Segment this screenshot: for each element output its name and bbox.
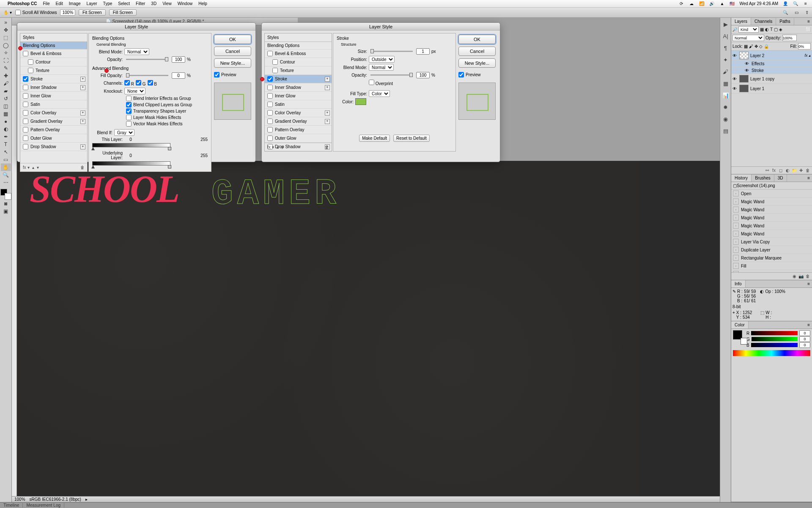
tab-paths[interactable]: Paths	[776, 18, 794, 25]
move-tool-icon[interactable]: ✥	[1, 26, 11, 34]
style-item-contour[interactable]: Contour	[265, 58, 332, 66]
lock-pixel-icon[interactable]: 🖌	[749, 44, 753, 49]
adjustments-icon[interactable]: ✹	[722, 103, 730, 111]
menu-edit[interactable]: Edit	[56, 1, 63, 6]
blendif-select[interactable]: Gray	[114, 129, 134, 136]
add-style-icon[interactable]: +	[325, 110, 330, 116]
fx-icon[interactable]: fx ▾	[23, 165, 30, 170]
opacity-slider[interactable]	[126, 59, 168, 60]
camera-icon[interactable]: 📷	[798, 274, 804, 279]
tab-measurement[interactable]: Measurement Log	[23, 503, 64, 508]
style-item-pattern-overlay[interactable]: Pattern Overlay	[265, 126, 332, 134]
gradient-tool-icon[interactable]: ▦	[1, 110, 11, 118]
style-item-blending-options[interactable]: Blending Options	[265, 42, 332, 50]
flag-icon[interactable]: 🇺🇸	[729, 1, 735, 7]
style-item-drop-shadow[interactable]: Drop Shadow+	[20, 143, 87, 151]
volume-icon[interactable]: 🔊	[709, 1, 715, 7]
adjust-icon[interactable]: ◐	[785, 168, 790, 173]
ok-button[interactable]: OK	[214, 35, 251, 44]
history-item[interactable]: ▫Rectangular Marquee	[731, 254, 812, 262]
fx-add-icon[interactable]: fx	[771, 168, 776, 173]
nav-icon[interactable]: ◉	[722, 115, 730, 123]
stroke-opacity-slider[interactable]	[370, 75, 413, 76]
wand-tool-icon[interactable]: ✧	[1, 49, 11, 57]
zoom-tool-icon[interactable]: 🔍	[1, 171, 11, 179]
channel-b[interactable]: B	[148, 80, 157, 86]
style-item-inner-shadow[interactable]: Inner Shadow+	[265, 83, 332, 92]
down-icon[interactable]: ▾	[37, 165, 39, 170]
fx-icon[interactable]: fx ▾	[267, 145, 274, 149]
hue-picker[interactable]	[733, 350, 810, 356]
r-slider[interactable]	[751, 331, 798, 335]
style-item-bevel-emboss[interactable]: Bevel & Emboss	[265, 50, 332, 58]
add-style-icon[interactable]: +	[325, 77, 330, 82]
layer-fill[interactable]	[798, 43, 811, 50]
zoom-field[interactable]: 100%	[60, 9, 75, 16]
history-item[interactable]: ▫Magic Wand	[731, 206, 812, 214]
menu-file[interactable]: File	[43, 1, 49, 6]
crop-tool-icon[interactable]: ⛶	[1, 57, 11, 64]
tab-channels[interactable]: Channels	[751, 18, 776, 25]
tab-color[interactable]: Color	[731, 321, 749, 329]
wifi-icon[interactable]: 📶	[699, 1, 705, 7]
layer-effects[interactable]: 👁Effects	[731, 61, 812, 67]
filter-shape-icon[interactable]: ▢	[774, 27, 778, 32]
cb-vectormask[interactable]	[126, 121, 132, 127]
style-item-color-overlay[interactable]: Color Overlay+	[20, 109, 87, 117]
status-profile[interactable]: sRGB IEC61966-2.1 (8bpc)	[30, 497, 81, 502]
history-item[interactable]: ▫Magic Wand	[731, 198, 812, 206]
history-item[interactable]: ▫Fill	[731, 262, 812, 270]
up-icon[interactable]: ▴	[277, 145, 279, 149]
stroke-blendmode-select[interactable]: Normal	[369, 64, 394, 71]
brush-icon[interactable]: 🖌	[722, 68, 730, 75]
ellipsis-icon[interactable]: ⋯	[1, 179, 11, 186]
add-style-icon[interactable]: +	[80, 85, 85, 90]
filter-smart-icon[interactable]: ◈	[779, 27, 782, 32]
opacity-input[interactable]	[172, 56, 185, 63]
marquee-tool-icon[interactable]: ⬚	[1, 34, 11, 41]
menu-image[interactable]: Image	[69, 1, 81, 6]
this-layer-gradient[interactable]	[92, 143, 170, 147]
style-item-blending-options[interactable]: Blending Options	[20, 42, 87, 50]
eyedropper-tool-icon[interactable]: ✎	[1, 64, 11, 72]
layer-effect-stroke[interactable]: 👁Stroke	[731, 67, 812, 74]
histogram-icon[interactable]: 📊	[722, 91, 730, 99]
panel-menu-icon[interactable]: ≡	[805, 18, 812, 25]
screenmode-icon[interactable]: ▣	[1, 207, 11, 215]
sync-icon[interactable]: ⟳	[678, 1, 684, 7]
style-item-satin[interactable]: Satin	[20, 100, 87, 109]
search-icon[interactable]: 🔍	[783, 10, 788, 15]
cb-transparency[interactable]	[126, 108, 132, 114]
channel-r[interactable]: R	[124, 80, 134, 86]
menu-window[interactable]: Window	[178, 1, 193, 6]
visibility-icon[interactable]: 👁	[732, 86, 738, 91]
visibility-icon[interactable]: 👁	[732, 77, 738, 81]
heal-tool-icon[interactable]: ✚	[1, 72, 11, 80]
g-slider[interactable]	[752, 337, 798, 341]
snapshot-icon[interactable]: ◉	[792, 274, 797, 279]
menu-3d[interactable]: 3D	[151, 1, 156, 6]
style-item-inner-glow[interactable]: Inner Glow	[265, 92, 332, 100]
history-item[interactable]: ▫Magic Wand	[731, 214, 812, 222]
layer-layer2[interactable]: 👁Layer 2fx ▴	[731, 51, 812, 61]
layer-mode[interactable]: Normal	[732, 35, 764, 41]
bg-color-swatch[interactable]	[741, 338, 747, 345]
lock-all-icon[interactable]: 🔒	[764, 44, 769, 49]
make-default-button[interactable]: Make Default	[359, 135, 390, 142]
style-item-outer-glow[interactable]: Outer Glow	[265, 134, 332, 143]
reset-default-button[interactable]: Reset to Default	[393, 135, 430, 142]
power-icon[interactable]: ▲	[719, 1, 725, 7]
style-item-texture[interactable]: Texture	[20, 66, 87, 75]
status-zoom[interactable]: 100%	[14, 497, 25, 502]
tab-history[interactable]: History	[731, 174, 752, 182]
style-item-texture[interactable]: Texture	[265, 66, 332, 75]
character-icon[interactable]: A|	[722, 32, 730, 40]
history-item[interactable]: ▫Layer Via Copy	[731, 238, 812, 246]
color-swap[interactable]	[0, 189, 11, 200]
lock-pos-icon[interactable]: ✥	[754, 44, 758, 49]
scroll-all-checkbox[interactable]: Scroll All Windows	[15, 10, 57, 15]
knockout-select[interactable]: None	[124, 88, 145, 94]
style-item-outer-glow[interactable]: Outer Glow	[20, 134, 87, 143]
filter-type-icon[interactable]: T	[770, 27, 773, 32]
panel-menu-icon[interactable]: ≡	[805, 280, 812, 287]
